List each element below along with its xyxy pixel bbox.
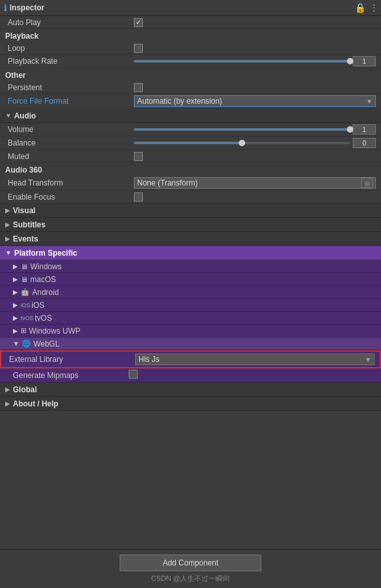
volume-thumb[interactable]: [347, 126, 353, 133]
playback-rate-thumb[interactable]: [347, 58, 353, 64]
generate-mipmaps-label: Generate Mipmaps: [13, 371, 129, 380]
audio-section-header[interactable]: ▼ Audio: [0, 109, 381, 123]
enable-focus-label: Enable Focus: [5, 193, 134, 202]
android-item[interactable]: ▶ 🤖 Android: [0, 286, 381, 299]
subtitles-section-header[interactable]: ▶ Subtitles: [0, 218, 381, 232]
about-help-section-header[interactable]: ▶ About / Help: [0, 397, 381, 411]
force-file-format-dropdown[interactable]: Automatic (by extension) ▼: [134, 95, 376, 107]
about-help-arrow-icon: ▶: [5, 400, 10, 407]
other-label: Other: [5, 71, 26, 80]
add-component-button[interactable]: Add Component: [120, 555, 261, 571]
head-transform-field[interactable]: None (Transform) ◎: [134, 177, 376, 189]
enable-focus-checkbox[interactable]: [134, 193, 143, 202]
volume-slider[interactable]: 1: [134, 124, 376, 135]
windows-arrow-icon: ▶: [13, 263, 18, 270]
persistent-value: [134, 83, 376, 92]
persistent-checkbox[interactable]: [134, 83, 143, 92]
audio360-label: Audio 360: [5, 166, 42, 175]
balance-thumb[interactable]: [239, 140, 245, 146]
balance-slider[interactable]: 0: [134, 138, 376, 148]
global-label: Global: [13, 385, 37, 394]
webgl-item[interactable]: ▼ 🌐 WebGL: [0, 337, 381, 350]
playback-rate-label: Playback Rate: [5, 57, 134, 66]
windows-uwp-icon: ⊞: [21, 327, 26, 335]
windows-platform-icon: 🖥: [21, 263, 28, 270]
inspector-content: Auto Play Playback Loop Playback Rate: [0, 16, 381, 549]
audio-arrow-icon: ▼: [5, 112, 12, 119]
loop-value: [134, 44, 376, 53]
auto-play-value: [134, 18, 376, 27]
balance-value-container: 0: [134, 138, 376, 148]
external-library-value-container: Hls Js ▼: [135, 354, 375, 365]
tvos-item[interactable]: ▶ tvOS tvOS: [0, 312, 381, 325]
external-library-dropdown[interactable]: Hls Js ▼: [135, 354, 375, 365]
enable-focus-row: Enable Focus: [0, 191, 381, 204]
playback-rate-track: [134, 60, 350, 62]
visual-section-header[interactable]: ▶ Visual: [0, 204, 381, 218]
playback-rate-slider[interactable]: 1: [134, 56, 376, 66]
playback-rate-value-container: 1: [134, 56, 376, 66]
visual-label: Visual: [13, 206, 35, 215]
ios-item[interactable]: ▶ iOS iOS: [0, 299, 381, 312]
audio360-section: Audio 360: [0, 163, 381, 176]
audio-label: Audio: [14, 111, 36, 120]
loop-checkbox[interactable]: [134, 44, 143, 53]
dropdown-arrow-icon: ▼: [366, 98, 373, 105]
events-arrow-icon: ▶: [5, 235, 10, 242]
generate-mipmaps-row: Generate Mipmaps: [0, 368, 381, 383]
generate-mipmaps-checkbox[interactable]: [129, 370, 138, 379]
inspector-header: ℹ Inspector 🔒 ⋮: [0, 0, 381, 16]
tvos-label-text: tvOS: [35, 314, 52, 323]
platform-arrow-icon: ▼: [5, 249, 12, 256]
events-section-header[interactable]: ▶ Events: [0, 232, 381, 246]
subtitles-label: Subtitles: [13, 220, 46, 229]
platform-specific-label: Platform Specific: [14, 249, 77, 258]
volume-number: 1: [353, 124, 376, 135]
force-file-format-link[interactable]: Force File Format: [8, 97, 69, 106]
head-transform-text: None (Transform): [137, 178, 361, 187]
android-arrow-icon: ▶: [13, 289, 18, 296]
external-library-arrow-icon: ▼: [365, 356, 371, 363]
playback-rate-fill: [134, 60, 350, 62]
windows-label: Windows: [30, 262, 62, 271]
external-library-text: Hls Js: [138, 355, 365, 364]
other-section: Other: [0, 68, 381, 81]
external-library-label: External Library: [6, 355, 135, 364]
global-section-header[interactable]: ▶ Global: [0, 383, 381, 397]
windows-item[interactable]: ▶ 🖥 Windows: [0, 260, 381, 273]
watermark-text: CSDN @人生不过一瞬间: [151, 574, 230, 583]
muted-checkbox[interactable]: [134, 152, 143, 161]
head-transform-select-btn[interactable]: ◎: [361, 178, 373, 188]
playback-label: Playback: [5, 32, 39, 41]
inspector-title: Inspector: [10, 3, 44, 12]
global-arrow-icon: ▶: [5, 386, 10, 393]
macos-platform-icon: 🖥: [21, 276, 28, 283]
platform-specific-header[interactable]: ▼ Platform Specific: [0, 246, 381, 260]
header-actions: 🔒 ⋮: [355, 3, 378, 13]
force-file-format-text: Automatic (by extension): [137, 97, 366, 106]
volume-track: [134, 128, 350, 131]
volume-fill: [134, 128, 350, 131]
android-label: Android: [32, 288, 59, 297]
balance-number: 0: [353, 138, 376, 148]
windows-uwp-item[interactable]: ▶ ⊞ Windows UWP: [0, 325, 381, 337]
playback-rate-row: Playback Rate 1: [0, 55, 381, 68]
macos-item[interactable]: ▶ 🖥 macOS: [0, 273, 381, 286]
ios-arrow-icon: ▶: [13, 301, 18, 308]
macos-label: macOS: [30, 275, 56, 284]
webgl-platform-icon: 🌐: [22, 339, 31, 348]
head-transform-label: Head Transform: [5, 178, 134, 187]
events-label: Events: [13, 234, 38, 243]
auto-play-label: Auto Play: [5, 18, 134, 27]
playback-rate-number: 1: [353, 56, 376, 66]
balance-fill: [134, 142, 242, 144]
volume-row: Volume 1: [0, 123, 381, 137]
generate-mipmaps-value: [129, 370, 138, 381]
external-library-row: External Library Hls Js ▼: [0, 350, 381, 368]
lock-icon[interactable]: 🔒: [355, 3, 366, 13]
persistent-row: Persistent: [0, 81, 381, 94]
menu-icon[interactable]: ⋮: [369, 3, 378, 13]
auto-play-checkbox[interactable]: [134, 18, 143, 27]
windows-uwp-arrow-icon: ▶: [13, 327, 18, 334]
balance-label: Balance: [5, 138, 134, 147]
